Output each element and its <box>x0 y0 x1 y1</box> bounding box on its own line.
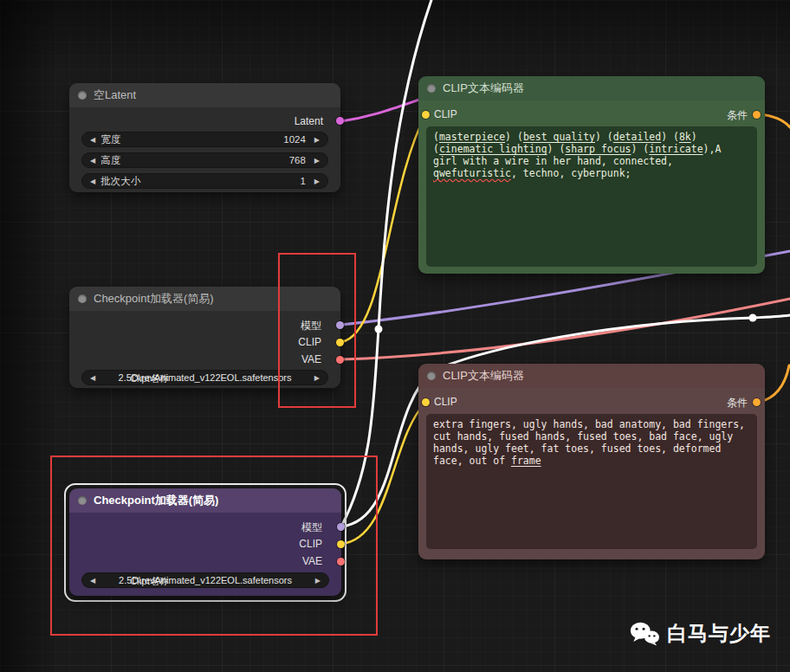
decrement-arrow-icon[interactable]: ◀ <box>82 157 100 165</box>
link-midpoint-dot <box>375 326 383 333</box>
decrement-arrow-icon[interactable]: ◀ <box>82 178 100 185</box>
input-label-clip: CLIP <box>434 108 457 120</box>
output-port-vae[interactable] <box>336 356 344 364</box>
node-empty-latent[interactable]: 空Latent Latent ◀ 宽度 1024 ▶ ◀ 高度 768 ▶ ◀ … <box>69 83 340 192</box>
widget-value: 1 <box>300 176 305 186</box>
output-label-conditioning: 条件 <box>727 396 748 410</box>
output-label-vae: VAE <box>301 353 321 365</box>
node-header[interactable]: CLIP文本编码器 <box>418 364 765 388</box>
collapse-dot[interactable] <box>78 294 87 303</box>
node-checkpoint-loader-top[interactable]: Checkpoint加载器(简易) 模型 CLIP VAE ◀ Ckpt名称 2… <box>69 287 340 388</box>
input-port-clip[interactable] <box>422 398 430 406</box>
output-label-model: 模型 <box>301 319 321 333</box>
widget-label: 高度 <box>100 154 120 167</box>
node-title: 空Latent <box>94 87 136 103</box>
node-header[interactable]: Checkpoint加载器(简易) <box>69 488 341 513</box>
output-port-conditioning[interactable] <box>753 398 761 406</box>
widget-label: 批次大小 <box>100 175 140 188</box>
increment-arrow-icon[interactable]: ▶ <box>309 136 327 144</box>
collapse-dot[interactable] <box>427 372 436 380</box>
node-title: Checkpoint加载器(简易) <box>94 291 214 307</box>
collapse-dot[interactable] <box>427 84 436 93</box>
widget-ckpt-name[interactable]: ◀ Ckpt名称 2.5D\revAnimated_v122EOL.safete… <box>81 572 329 588</box>
ckpt-name-display: Ckpt名称 2.5D\revAnimated_v122EOL.safetens… <box>100 573 310 587</box>
node-clip-text-encode-negative[interactable]: CLIP文本编码器 CLIP 条件 extra fingers, ugly ha… <box>418 364 765 559</box>
widget-ckpt-name[interactable]: ◀ Ckpt名称 2.5D\revAnimated_v122EOL.safete… <box>81 370 328 385</box>
widget-value: 2.5D\revAnimated_v122EOL.safetensors <box>100 575 310 585</box>
output-label-clip: CLIP <box>299 538 322 550</box>
widget-label: 宽度 <box>100 133 120 146</box>
widget-batch-size[interactable]: ◀ 批次大小 1 ▶ <box>81 173 328 189</box>
collapse-dot[interactable] <box>78 91 87 100</box>
node-title: Checkpoint加载器(简易) <box>94 493 218 508</box>
input-label-clip: CLIP <box>434 396 457 408</box>
watermark-text: 白马与少年 <box>667 620 771 647</box>
widget-value: 2.5D\revAnimated_v122EOL.safetensors <box>100 372 309 383</box>
node-title: CLIP文本编码器 <box>443 81 524 96</box>
output-port-vae[interactable] <box>337 558 345 565</box>
input-port-clip[interactable] <box>422 111 430 119</box>
prev-arrow-icon[interactable]: ◀ <box>82 577 100 585</box>
next-arrow-icon[interactable]: ▶ <box>309 374 327 382</box>
node-clip-text-encode-positive[interactable]: CLIP文本编码器 CLIP 条件 (masterpiece) (best qu… <box>418 76 765 274</box>
widget-value: 1024 <box>283 134 306 145</box>
output-port-conditioning[interactable] <box>753 111 761 119</box>
node-checkpoint-loader-selected[interactable]: Checkpoint加载器(简易) 模型 CLIP VAE ◀ Ckpt名称 2… <box>69 488 341 596</box>
output-label-model: 模型 <box>301 520 322 535</box>
output-port-model[interactable] <box>336 321 344 329</box>
increment-arrow-icon[interactable]: ▶ <box>309 157 327 165</box>
decrement-arrow-icon[interactable]: ◀ <box>82 136 100 144</box>
collapse-dot[interactable] <box>78 496 87 505</box>
wechat-icon <box>630 621 659 647</box>
ckpt-name-display: Ckpt名称 2.5D\revAnimated_v122EOL.safetens… <box>100 371 309 384</box>
increment-arrow-icon[interactable]: ▶ <box>309 178 327 185</box>
prev-arrow-icon[interactable]: ◀ <box>82 374 100 382</box>
watermark: 白马与少年 <box>630 620 771 647</box>
output-label-conditioning: 条件 <box>727 108 748 123</box>
wire-clip-positive <box>341 115 425 342</box>
output-port-clip[interactable] <box>336 339 344 346</box>
node-header[interactable]: 空Latent <box>69 83 340 107</box>
widget-value: 768 <box>289 155 306 165</box>
output-label-latent: Latent <box>295 115 323 127</box>
output-port-clip[interactable] <box>337 540 345 548</box>
widget-height[interactable]: ◀ 高度 768 ▶ <box>81 152 328 168</box>
node-header[interactable]: CLIP文本编码器 <box>418 76 765 100</box>
wire-vae <box>341 299 790 359</box>
link-midpoint-dot <box>749 314 757 322</box>
output-label-vae: VAE <box>302 555 322 567</box>
output-port-model[interactable] <box>337 523 345 531</box>
node-graph-canvas[interactable]: 空Latent Latent ◀ 宽度 1024 ▶ ◀ 高度 768 ▶ ◀ … <box>0 0 790 672</box>
next-arrow-icon[interactable]: ▶ <box>310 577 328 585</box>
widget-width[interactable]: ◀ 宽度 1024 ▶ <box>81 132 328 147</box>
prompt-textarea[interactable]: (masterpiece) (best quality) (detailed) … <box>426 126 757 267</box>
node-header[interactable]: Checkpoint加载器(简易) <box>69 287 340 311</box>
prompt-textarea[interactable]: extra fingers, ugly hands, bad anatomy, … <box>426 414 757 549</box>
node-title: CLIP文本编码器 <box>443 368 524 384</box>
output-label-clip: CLIP <box>298 336 321 348</box>
output-port-latent[interactable] <box>336 117 344 125</box>
